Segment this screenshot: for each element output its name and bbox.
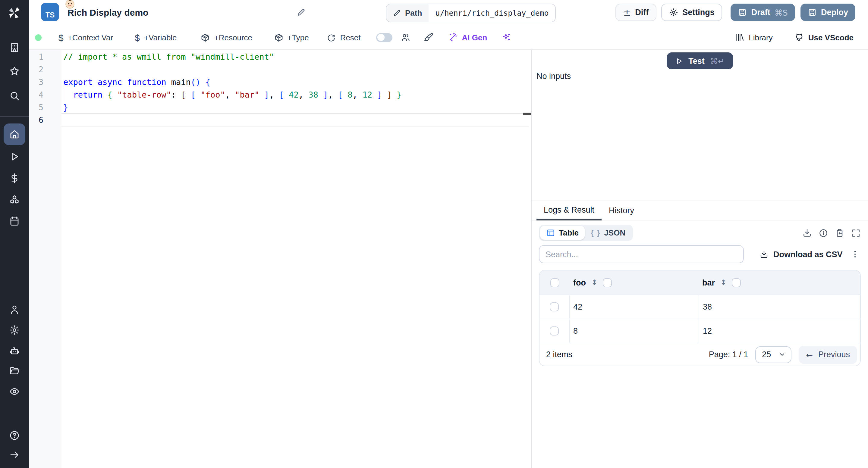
multiplayer-toggle[interactable] <box>376 33 393 42</box>
ai-gen-button[interactable]: AI Gen <box>448 33 487 42</box>
code-line[interactable]: 3export async function main() { <box>29 76 531 89</box>
path-value[interactable]: u/henri/rich_display_demo <box>429 4 555 22</box>
sidebar-item-runs[interactable] <box>9 151 20 162</box>
code-editor[interactable]: 1// import * as wmill from "windmill-cli… <box>29 50 531 468</box>
table-row[interactable]: 4238 <box>539 295 860 319</box>
sidebar-item-audit-logs[interactable] <box>9 386 20 397</box>
toolbar-right: Library Use VScode <box>735 33 868 42</box>
sidebar-item-home[interactable] <box>4 124 25 145</box>
edit-summary-pencil-icon[interactable] <box>297 8 306 17</box>
code-lines[interactable]: 1// import * as wmill from "windmill-cli… <box>29 50 531 127</box>
diff-icon: ± <box>623 7 631 18</box>
download-csv-button[interactable]: Download as CSV <box>760 250 843 259</box>
sidebar-expand-icon[interactable] <box>9 449 20 460</box>
run-section: Test ⌘↵ No inputs <box>532 50 868 201</box>
column-header-bar[interactable]: bar <box>702 278 715 287</box>
draft-shortcut: ⌘S <box>775 7 788 17</box>
path-control[interactable]: Path u/henri/rich_display_demo <box>386 4 556 22</box>
library-icon <box>735 33 744 42</box>
library-button[interactable]: Library <box>735 33 773 42</box>
table-row[interactable]: 812 <box>539 319 860 343</box>
result-tabs: Logs & Result History <box>532 201 868 221</box>
format-brush-icon[interactable] <box>424 33 434 42</box>
right-panel: Test ⌘↵ No inputs Logs & Result History <box>531 50 868 468</box>
sort-icon[interactable]: ↕ <box>720 278 726 287</box>
select-all-checkbox[interactable] <box>550 278 559 287</box>
windmill-logo-icon[interactable] <box>7 5 22 20</box>
use-vscode-button[interactable]: Use VScode <box>795 33 854 42</box>
content: 1// import * as wmill from "windmill-cli… <box>29 50 868 468</box>
sidebar-item-search[interactable] <box>9 90 20 101</box>
gear-icon <box>669 8 678 17</box>
column-toggle-bar[interactable] <box>732 278 741 287</box>
braces-icon: { } <box>591 229 600 237</box>
code-line[interactable]: 4 return { "table-row": [ [ "foo", "bar"… <box>29 89 531 101</box>
sidebar-item-settings[interactable] <box>9 325 20 335</box>
table-body: 4238812 <box>539 295 860 343</box>
row-checkbox[interactable] <box>550 302 559 311</box>
github-cat-icon <box>795 33 804 42</box>
search-input[interactable] <box>539 245 744 263</box>
save-icon <box>738 8 747 17</box>
kebab-menu-icon[interactable] <box>850 249 860 259</box>
sidebar-item-help[interactable] <box>9 430 20 441</box>
typescript-lang-badge: TS <box>41 3 59 21</box>
code-line[interactable]: 2 <box>29 63 531 76</box>
page-size-select[interactable]: 25 <box>755 346 792 363</box>
table-cell: 8 <box>569 319 699 343</box>
sidebar-item-user[interactable] <box>9 304 20 315</box>
maximize-icon[interactable] <box>851 228 861 238</box>
column-toggle-foo[interactable] <box>603 278 612 287</box>
add-type-button[interactable]: +Type <box>274 33 309 42</box>
view-toggle-json[interactable]: { } JSON <box>585 226 631 240</box>
sidebar-item-folders[interactable] <box>9 366 20 376</box>
settings-button[interactable]: Settings <box>661 4 722 21</box>
reset-button[interactable]: Reset <box>327 33 361 42</box>
info-icon[interactable] <box>818 228 828 238</box>
sidebar-item-schedules[interactable] <box>9 215 20 227</box>
magic-wand-icon <box>448 33 458 42</box>
add-context-var-button[interactable]: $ +Context Var <box>59 32 113 42</box>
draft-button[interactable]: Draft ⌘S <box>731 4 795 21</box>
collaborators-icon[interactable] <box>401 33 411 42</box>
no-inputs-text: No inputs <box>536 72 571 81</box>
previous-page-button[interactable]: ← Previous <box>799 345 857 364</box>
table-cell: 38 <box>699 295 860 319</box>
add-resource-button[interactable]: +Resource <box>201 33 252 42</box>
tab-history[interactable]: History <box>601 201 641 220</box>
chevron-down-icon <box>778 350 786 358</box>
table-icon <box>546 228 555 237</box>
diff-button[interactable]: ± Diff <box>615 4 656 21</box>
test-button[interactable]: Test ⌘↵ <box>667 53 733 69</box>
sidebar-item-workers[interactable] <box>9 346 20 357</box>
sidebar-item-variables[interactable] <box>9 173 20 184</box>
code-line[interactable]: 5} <box>29 101 531 114</box>
path-edit-button[interactable]: Path <box>386 4 429 22</box>
add-variable-button[interactable]: $ +Variable <box>135 32 177 42</box>
overview-ruler-cursor-marker <box>523 113 531 115</box>
clipboard-copy-icon[interactable] <box>835 228 844 238</box>
code-line[interactable]: 1// import * as wmill from "windmill-cli… <box>29 51 531 63</box>
page-title: Rich Display demo <box>67 0 148 25</box>
sparkles-icon[interactable] <box>501 33 511 42</box>
dollar-icon: $ <box>135 32 140 42</box>
sort-icon[interactable]: ↕ <box>591 278 597 287</box>
view-toggle: Table { } JSON <box>539 225 632 241</box>
row-checkbox[interactable] <box>550 327 559 335</box>
sidebar-item-resources[interactable] <box>9 195 20 205</box>
table-footer: 2 items Page: 1 / 1 25 ← Previous <box>539 343 860 366</box>
items-count: 2 items <box>546 350 572 359</box>
refresh-icon <box>327 33 336 42</box>
header-actions: ± Diff Settings Draft ⌘S Deploy <box>615 4 855 21</box>
deploy-button[interactable]: Deploy <box>801 4 855 21</box>
arrow-left-icon: ← <box>806 349 813 359</box>
code-line[interactable]: 6 <box>29 114 531 127</box>
view-toggle-table[interactable]: Table <box>540 226 585 240</box>
sidebar-item-favorites[interactable] <box>9 66 20 76</box>
status-dot <box>35 34 41 41</box>
sidebar-item-workspace[interactable] <box>9 42 20 53</box>
column-header-foo[interactable]: foo <box>573 278 586 287</box>
play-icon <box>675 57 683 65</box>
download-icon[interactable] <box>802 228 812 238</box>
tab-logs-and-result[interactable]: Logs & Result <box>536 201 601 221</box>
